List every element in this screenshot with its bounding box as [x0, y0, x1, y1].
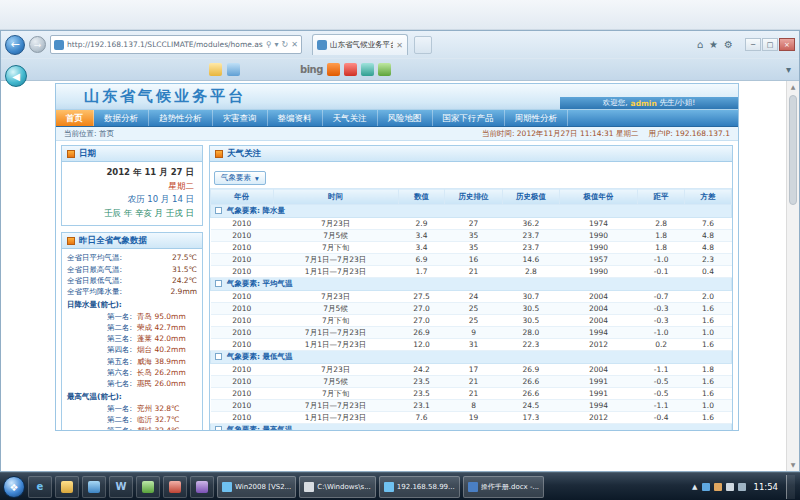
url-text[interactable]: http://192.168.137.1/SLCCLIMATE/modules/…	[67, 40, 263, 49]
show-desktop-button[interactable]	[786, 475, 795, 499]
start-button[interactable]: ❖	[3, 476, 25, 498]
rank-value: 临沂 32.7℃	[137, 414, 195, 425]
address-bar[interactable]: http://192.168.137.1/SLCCLIMATE/modules/…	[50, 35, 302, 54]
table-cell: 1.0	[685, 327, 732, 339]
message-icon[interactable]	[227, 63, 240, 76]
nav-item-6[interactable]: 风险地图	[378, 110, 433, 126]
stop-icon[interactable]: ✕	[291, 40, 298, 49]
section-row[interactable]: 气象要素: 最低气温	[211, 351, 732, 364]
taskbar-app5-icon[interactable]	[136, 476, 160, 498]
section-row[interactable]: 气象要素: 最高气温	[211, 424, 732, 431]
taskbar-window-button[interactable]: Win2008 [VS2...	[217, 476, 296, 498]
nav-item-3[interactable]: 灾害查询	[213, 110, 268, 126]
table-cell: 24.2	[398, 364, 445, 376]
taskbar-app6-icon[interactable]	[163, 476, 187, 498]
taskbar-word-icon[interactable]: W	[109, 476, 133, 498]
new-tab-button[interactable]	[414, 36, 432, 54]
taskbar-media-icon[interactable]	[82, 476, 106, 498]
table-cell: -0.5	[638, 388, 685, 400]
expand-icon[interactable]	[215, 426, 222, 430]
table-cell: 23.7	[502, 230, 559, 242]
network-icon[interactable]	[726, 483, 734, 491]
expand-icon[interactable]	[215, 353, 222, 360]
back-button[interactable]: ←	[5, 35, 25, 55]
nav-item-2[interactable]: 趋势性分析	[149, 110, 213, 126]
gear-icon[interactable]: ⚙	[724, 39, 733, 50]
table-cell: -0.5	[638, 376, 685, 388]
scroll-up-icon[interactable]: ▲	[787, 81, 799, 93]
nav-item-0[interactable]: 首页	[56, 110, 94, 126]
section-title[interactable]: 气象要素: 最高气温	[211, 424, 732, 431]
bing-logo[interactable]: bing	[300, 64, 323, 75]
taskbar-clock[interactable]: 11:54	[750, 482, 783, 492]
favorites-star-icon[interactable]: ★	[709, 39, 718, 50]
table-cell: 1990	[560, 242, 638, 254]
taskbar-app7-icon[interactable]	[190, 476, 214, 498]
table-cell: 25	[445, 303, 502, 315]
refresh-icon[interactable]: ↻	[282, 40, 289, 49]
tray-app1-icon[interactable]	[702, 483, 710, 491]
forward-button[interactable]: →	[29, 36, 46, 53]
table-cell: 2010	[211, 218, 274, 230]
nav-item-4[interactable]: 整编资料	[268, 110, 323, 126]
taskbar-window-button[interactable]: 操作手册.docx -...	[463, 476, 544, 498]
group-title: 最高气温(前七):	[67, 391, 197, 402]
table-row: 20107月23日27.52430.72004-0.72.0	[211, 291, 732, 303]
maximize-button[interactable]: □	[762, 38, 778, 51]
summary-label: 全省日平均气温:	[67, 252, 122, 263]
tab-close-icon[interactable]: ✕	[396, 41, 403, 50]
tray-app2-icon[interactable]	[714, 483, 722, 491]
leaf-icon[interactable]	[378, 63, 391, 76]
table-cell: 8	[445, 400, 502, 412]
element-filter-button[interactable]: 气象要素 ▾	[214, 171, 266, 185]
home-icon[interactable]: ⌂	[697, 39, 703, 50]
paw-icon[interactable]	[361, 63, 374, 76]
bing-app-icon[interactable]	[327, 63, 340, 76]
floating-back-button[interactable]: ◀	[5, 65, 27, 87]
rank-label: 第一名:	[107, 311, 132, 322]
table-cell: 23.7	[502, 242, 559, 254]
table-cell: 12.0	[398, 339, 445, 351]
section-title[interactable]: 气象要素: 最低气温	[211, 351, 732, 364]
weather-icon	[67, 237, 75, 245]
dropdown-icon[interactable]: ▾	[275, 40, 279, 49]
table-cell: 1月1日—7月23日	[273, 339, 398, 351]
taskbar-explorer-icon[interactable]	[55, 476, 79, 498]
column-header: 时间	[273, 189, 398, 205]
group-title: 日降水量(前七):	[67, 299, 197, 310]
expand-icon[interactable]	[215, 280, 222, 287]
table-cell: 1.0	[685, 400, 732, 412]
mail-icon[interactable]	[209, 63, 222, 76]
scrollbar-thumb[interactable]	[789, 95, 797, 205]
tray-expand-icon[interactable]: ▲	[692, 483, 697, 491]
taskbar-ie-icon[interactable]: e	[28, 476, 52, 498]
section-title[interactable]: 气象要素: 降水量	[211, 205, 732, 218]
close-button[interactable]: ×	[779, 38, 795, 51]
nav-item-5[interactable]: 天气关注	[323, 110, 378, 126]
system-tray: ▲ 11:54	[692, 475, 797, 499]
browser-tab[interactable]: 山东省气候业务平台 ✕	[312, 34, 408, 55]
rank-label: 第二名:	[107, 322, 132, 333]
page-icon	[54, 40, 64, 50]
section-row[interactable]: 气象要素: 平均气温	[211, 278, 732, 291]
table-cell: 2.3	[685, 254, 732, 266]
taskbar-window-button[interactable]: C:\Windows\s...	[299, 476, 376, 498]
scroll-down-icon[interactable]: ▼	[787, 459, 799, 471]
vertical-scrollbar[interactable]: ▲ ▼	[786, 81, 799, 471]
volume-icon[interactable]	[738, 483, 746, 491]
minimize-button[interactable]: ─	[745, 38, 761, 51]
section-row[interactable]: 气象要素: 降水量	[211, 205, 732, 218]
camera-icon[interactable]	[344, 63, 357, 76]
toolbar-more-icon[interactable]: ▾	[786, 64, 791, 75]
nav-item-1[interactable]: 数据分析	[94, 110, 149, 126]
expand-icon[interactable]	[215, 207, 222, 214]
section-title[interactable]: 气象要素: 平均气温	[211, 278, 732, 291]
nav-item-8[interactable]: 周期性分析	[505, 110, 569, 126]
search-icon[interactable]: ⚲	[266, 40, 272, 49]
taskbar-window-button[interactable]: 192.168.58.99...	[379, 476, 460, 498]
table-cell: -0.3	[638, 315, 685, 327]
content-area: 日期 2012 年 11 月 27 日 星期二 农历 10 月 14 日 壬辰 …	[56, 141, 738, 430]
table-cell: 1990	[560, 230, 638, 242]
nav-item-7[interactable]: 国家下行产品	[433, 110, 505, 126]
table-row: 20107月1日—7月23日6.91614.61957-1.02.3	[211, 254, 732, 266]
